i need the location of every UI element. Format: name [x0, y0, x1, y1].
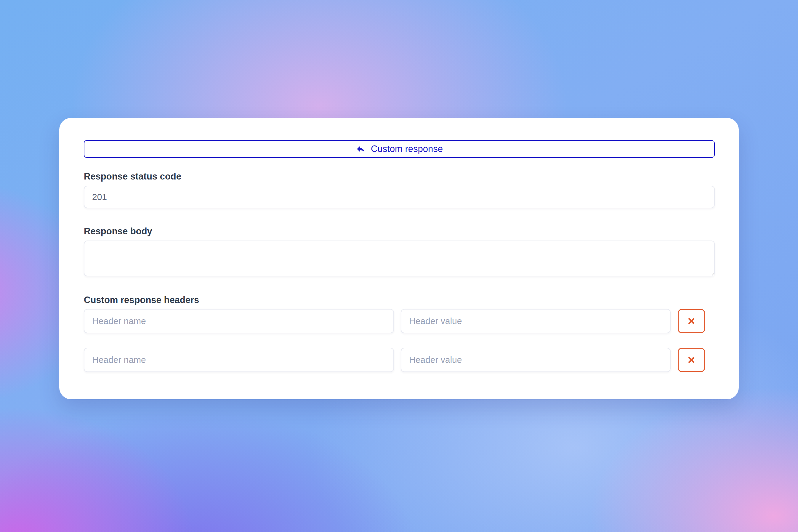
response-status-code-input[interactable] — [84, 186, 715, 208]
header-value-input[interactable] — [401, 309, 671, 333]
remove-header-button[interactable] — [678, 309, 705, 333]
header-name-input[interactable] — [84, 348, 394, 372]
custom-response-button-label: Custom response — [371, 144, 443, 154]
header-value-input[interactable] — [401, 348, 671, 372]
x-icon — [686, 316, 697, 326]
response-status-code-label: Response status code — [84, 171, 715, 182]
x-icon — [686, 355, 697, 365]
header-name-input[interactable] — [84, 309, 394, 333]
custom-response-button[interactable]: Custom response — [84, 140, 715, 158]
custom-response-headers-label: Custom response headers — [84, 295, 715, 305]
gradient-background: { "card": { "toggle_button": { "label": … — [0, 0, 798, 532]
header-row — [84, 348, 715, 372]
remove-header-button[interactable] — [678, 348, 705, 372]
reply-icon — [356, 144, 366, 154]
header-row — [84, 309, 715, 333]
custom-response-card: Custom response Response status code Res… — [59, 118, 739, 399]
response-body-label: Response body — [84, 226, 715, 237]
response-body-textarea[interactable] — [84, 241, 715, 277]
